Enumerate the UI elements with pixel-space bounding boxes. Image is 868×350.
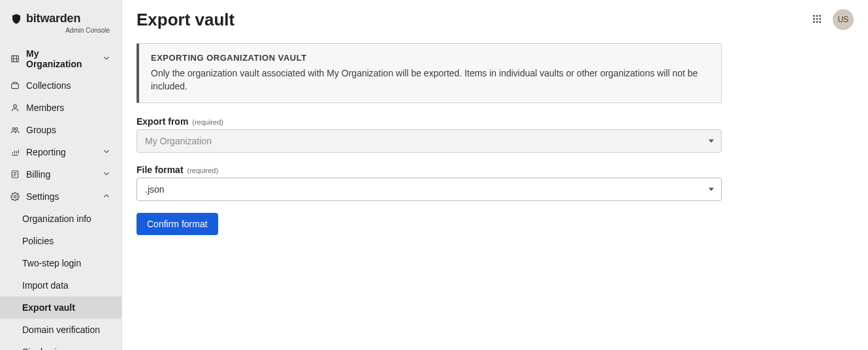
main: Export vault US EXPORTING ORGANIZATION V… (122, 0, 868, 350)
sidebar-item-settings[interactable]: Settings (0, 185, 121, 208)
topbar-actions: US (811, 9, 854, 30)
shield-icon (10, 13, 22, 25)
svg-rect-15 (819, 21, 821, 23)
required-hint: (required) (187, 167, 218, 174)
settings-icon (10, 192, 20, 201)
sidebar-sub-import-data[interactable]: Import data (0, 274, 121, 296)
sidebar-sub-policies[interactable]: Policies (0, 230, 121, 252)
collections-icon (10, 81, 20, 90)
callout-body: Only the organization vault associated w… (151, 67, 709, 93)
sidebar-item-members[interactable]: Members (0, 97, 121, 119)
sidebar-item-label: Groups (26, 125, 111, 135)
chevron-down-icon (102, 169, 111, 180)
brand: bitwarden Admin Console (0, 0, 121, 39)
form-group-file-format: File format (required) .json (137, 165, 722, 201)
export-from-select[interactable]: My Organization (137, 129, 722, 153)
sidebar-item-label: Collections (26, 80, 111, 91)
svg-point-6 (14, 195, 16, 198)
sidebar-sub-label: Two-step login (22, 258, 81, 268)
sidebar-sub-label: Single sign-on (22, 347, 80, 350)
export-from-label: Export from (required) (137, 116, 722, 127)
groups-icon (10, 125, 20, 135)
svg-rect-10 (813, 18, 815, 20)
callout-title: EXPORTING ORGANIZATION VAULT (151, 53, 709, 63)
brand-name: bitwarden (26, 12, 80, 25)
svg-rect-7 (813, 15, 815, 17)
members-icon (10, 103, 20, 112)
sidebar-item-label: Billing (26, 169, 95, 180)
file-format-label: File format (required) (137, 165, 722, 175)
export-from-select-wrapper: My Organization (137, 129, 722, 153)
file-format-select[interactable]: .json (137, 178, 722, 201)
svg-rect-9 (819, 15, 821, 17)
svg-point-3 (12, 128, 15, 131)
label-text: File format (137, 165, 184, 175)
label-text: Export from (137, 116, 188, 127)
callout-export-warning: EXPORTING ORGANIZATION VAULT Only the or… (137, 43, 722, 103)
page-title: Export vault (137, 10, 234, 30)
svg-rect-12 (819, 18, 821, 20)
sidebar-sub-label: Policies (22, 236, 54, 246)
sidebar-item-label: Reporting (26, 147, 95, 157)
svg-rect-11 (816, 18, 818, 20)
sidebar-sub-label: Import data (22, 280, 69, 291)
sidebar-sub-single-sign-on[interactable]: Single sign-on (0, 341, 121, 350)
file-format-select-wrapper: .json (137, 178, 722, 201)
sidebar-item-reporting[interactable]: Reporting (0, 141, 121, 163)
sidebar-sub-organization-info[interactable]: Organization info (0, 208, 121, 230)
sidebar-item-groups[interactable]: Groups (0, 119, 121, 141)
sidebar-sub-domain-verification[interactable]: Domain verification (0, 319, 121, 341)
sidebar-sub-export-vault[interactable]: Export vault (0, 296, 121, 319)
svg-point-4 (16, 128, 18, 131)
brand-subtitle: Admin Console (10, 27, 110, 34)
chevron-down-icon (102, 147, 111, 158)
apps-grid-icon[interactable] (811, 12, 824, 27)
svg-rect-13 (813, 21, 815, 23)
sidebar-item-label: Members (26, 103, 111, 113)
sidebar-item-collections[interactable]: Collections (0, 74, 121, 97)
topbar: Export vault US (122, 0, 868, 30)
content: EXPORTING ORGANIZATION VAULT Only the or… (122, 30, 736, 248)
sidebar-item-label: My Organization (26, 48, 95, 69)
avatar[interactable]: US (833, 9, 854, 30)
sidebar-sub-label: Organization info (22, 214, 91, 224)
svg-rect-14 (816, 21, 818, 23)
reporting-icon (10, 148, 20, 157)
sidebar-sub-label: Domain verification (22, 325, 100, 335)
form-group-export-from: Export from (required) My Organization (137, 116, 722, 153)
chevron-down-icon (102, 54, 111, 65)
sidebar: bitwarden Admin Console My Organization … (0, 0, 122, 350)
sidebar-item-my-organization[interactable]: My Organization (0, 43, 121, 74)
svg-point-2 (14, 104, 17, 108)
required-hint: (required) (192, 118, 223, 126)
confirm-format-button[interactable]: Confirm format (137, 213, 218, 235)
sidebar-sub-label: Export vault (22, 302, 75, 313)
sidebar-item-label: Settings (26, 191, 95, 202)
billing-icon (10, 170, 20, 179)
org-icon (10, 54, 20, 63)
sidebar-item-billing[interactable]: Billing (0, 163, 121, 185)
svg-rect-8 (816, 15, 818, 17)
sidebar-nav: My Organization Collections Members (0, 39, 121, 350)
svg-rect-1 (12, 84, 19, 89)
chevron-up-icon (102, 191, 111, 202)
sidebar-sub-two-step-login[interactable]: Two-step login (0, 252, 121, 274)
